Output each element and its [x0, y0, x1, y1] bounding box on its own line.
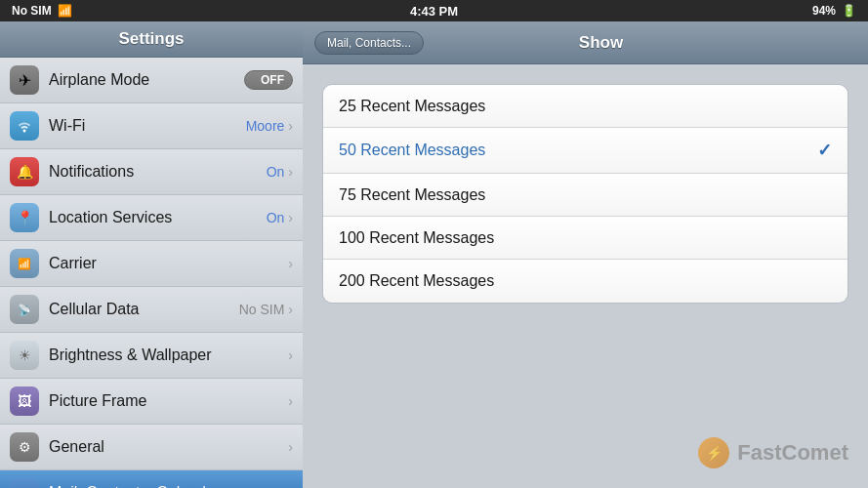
- option-200-label: 200 Recent Messages: [339, 272, 832, 290]
- sidebar-title: Settings: [118, 29, 184, 48]
- location-label: Location Services: [49, 209, 267, 226]
- option-100-label: 100 Recent Messages: [339, 229, 832, 247]
- watermark: ⚡ FastComet: [698, 437, 848, 468]
- fastcomet-icon: ⚡: [698, 437, 729, 468]
- sidebar-item-carrier[interactable]: 📶 Carrier ›: [0, 241, 303, 287]
- location-value: On: [267, 210, 285, 225]
- carrier-label: Carrier: [49, 255, 288, 272]
- battery-icon: 🔋: [842, 4, 856, 18]
- sidebar-item-general[interactable]: ⚙ General ›: [0, 425, 303, 470]
- cellular-value: No SIM: [239, 302, 285, 317]
- picture-arrow: ›: [288, 393, 293, 409]
- status-bar-time: 4:43 PM: [410, 4, 458, 19]
- notifications-arrow: ›: [288, 164, 293, 180]
- mail-icon: ✉: [10, 478, 39, 488]
- status-bar-right: 94% 🔋: [812, 4, 856, 18]
- cellular-arrow: ›: [288, 302, 293, 317]
- sidebar-item-cellular-data[interactable]: 📡 Cellular Data No SIM ›: [0, 287, 303, 333]
- panel-title: Show: [424, 33, 778, 53]
- cellular-label: Cellular Data: [49, 301, 239, 318]
- picture-icon: 🖼: [10, 386, 39, 416]
- option-50-checkmark: ✓: [817, 140, 832, 161]
- panel-header: Mail, Contacts... Show: [303, 21, 868, 64]
- watermark-text: FastComet: [737, 440, 848, 466]
- status-bar-left: No SIM 📶: [12, 4, 72, 18]
- carrier-text: No SIM: [12, 4, 52, 18]
- option-50-recent[interactable]: 50 Recent Messages ✓: [323, 128, 847, 174]
- option-50-label: 50 Recent Messages: [339, 142, 817, 159]
- brightness-icon: ☀: [10, 341, 39, 370]
- sidebar: Settings ✈ Airplane Mode OFF Wi-Fi Moore…: [0, 21, 303, 488]
- breadcrumb[interactable]: Mail, Contacts...: [314, 31, 424, 55]
- location-arrow: ›: [288, 210, 293, 225]
- mail-label: Mail, Contacts, Calendars: [49, 484, 293, 488]
- wifi-label: Wi-Fi: [49, 117, 246, 135]
- option-100-recent[interactable]: 100 Recent Messages: [323, 217, 847, 260]
- airplane-label: Airplane Mode: [49, 71, 244, 89]
- options-list: 25 Recent Messages 50 Recent Messages ✓ …: [322, 84, 848, 304]
- wifi-arrow: ›: [288, 118, 293, 134]
- sidebar-item-airplane-mode[interactable]: ✈ Airplane Mode OFF: [0, 58, 303, 103]
- sidebar-item-brightness-wallpaper[interactable]: ☀ Brightness & Wallpaper ›: [0, 333, 303, 379]
- notifications-value: On: [267, 164, 285, 180]
- general-arrow: ›: [288, 439, 293, 455]
- status-bar: No SIM 📶 4:43 PM 94% 🔋: [0, 0, 868, 21]
- airplane-toggle[interactable]: OFF: [244, 70, 293, 90]
- sidebar-item-wifi[interactable]: Wi-Fi Moore ›: [0, 103, 303, 149]
- sidebar-item-location-services[interactable]: 📍 Location Services On ›: [0, 195, 303, 241]
- notifications-label: Notifications: [49, 163, 267, 181]
- general-icon: ⚙: [10, 432, 39, 462]
- brightness-arrow: ›: [288, 347, 293, 363]
- option-25-label: 25 Recent Messages: [339, 98, 832, 115]
- sidebar-item-notifications[interactable]: 🔔 Notifications On ›: [0, 149, 303, 195]
- carrier-arrow: ›: [288, 256, 293, 271]
- option-25-recent[interactable]: 25 Recent Messages: [323, 85, 847, 128]
- sidebar-item-picture-frame[interactable]: 🖼 Picture Frame ›: [0, 379, 303, 425]
- wifi-value: Moore: [246, 118, 285, 134]
- option-75-label: 75 Recent Messages: [339, 186, 832, 204]
- sidebar-item-mail-contacts[interactable]: ✉ Mail, Contacts, Calendars: [0, 470, 303, 488]
- main-container: Settings ✈ Airplane Mode OFF Wi-Fi Moore…: [0, 21, 868, 488]
- option-200-recent[interactable]: 200 Recent Messages: [323, 260, 847, 303]
- carrier-icon: 📶: [10, 249, 39, 278]
- general-label: General: [49, 438, 288, 456]
- battery-text: 94%: [812, 4, 836, 18]
- picture-label: Picture Frame: [49, 392, 288, 410]
- brightness-label: Brightness & Wallpaper: [49, 346, 288, 364]
- right-panel: Mail, Contacts... Show 25 Recent Message…: [303, 21, 868, 488]
- wifi-icon: [10, 111, 39, 141]
- cellular-icon: 📡: [10, 295, 39, 324]
- airplane-icon: ✈: [10, 65, 39, 95]
- notifications-icon: 🔔: [10, 157, 39, 186]
- wifi-icon: 📶: [58, 4, 72, 18]
- sidebar-header: Settings: [0, 21, 303, 58]
- option-75-recent[interactable]: 75 Recent Messages: [323, 174, 847, 217]
- location-icon: 📍: [10, 203, 39, 232]
